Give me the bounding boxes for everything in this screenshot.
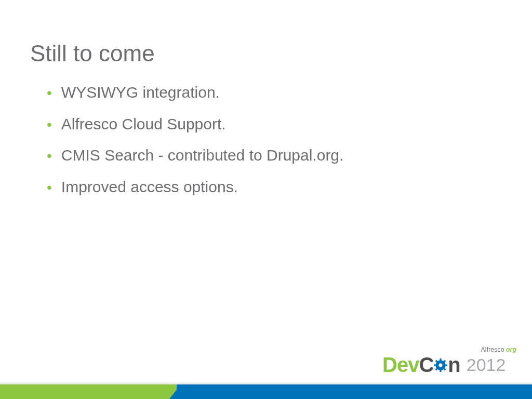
brand-prefix: Alfresco: [481, 346, 504, 353]
list-item: • CMIS Search - contributed to Drupal.or…: [47, 145, 501, 166]
bullet-text: Improved access options.: [61, 177, 238, 198]
bullet-text: Alfresco Cloud Support.: [61, 114, 226, 135]
svg-line-6: [436, 361, 437, 362]
svg-line-9: [444, 361, 445, 362]
svg-line-7: [444, 368, 445, 370]
list-item: • WYSIWYG integration.: [47, 82, 501, 103]
slide-title: Still to come: [30, 41, 155, 66]
stripe-blue: [177, 384, 532, 399]
bullet-icon: •: [47, 149, 52, 163]
brand-suffix: org: [504, 346, 516, 353]
bullet-icon: •: [47, 180, 52, 195]
list-item: • Alfresco Cloud Support.: [47, 114, 501, 135]
slide: Still to come • WYSIWYG integration. • A…: [0, 0, 532, 399]
stripe-diagonal: [169, 384, 181, 399]
slide-content: • WYSIWYG integration. • Alfresco Cloud …: [47, 82, 501, 208]
stripe-green: [0, 384, 177, 399]
list-item: • Improved access options.: [47, 177, 501, 198]
bullet-icon: •: [47, 86, 52, 100]
brand-small-text: Alfresco org: [481, 346, 516, 353]
bullet-text: WYSIWYG integration.: [61, 82, 220, 103]
bullet-text: CMIS Search - contributed to Drupal.org.: [61, 145, 344, 166]
footer-bar: [0, 372, 532, 399]
svg-line-8: [436, 368, 437, 370]
bullet-icon: •: [47, 117, 52, 132]
svg-point-1: [439, 364, 443, 367]
footer-stripes: [0, 384, 532, 399]
